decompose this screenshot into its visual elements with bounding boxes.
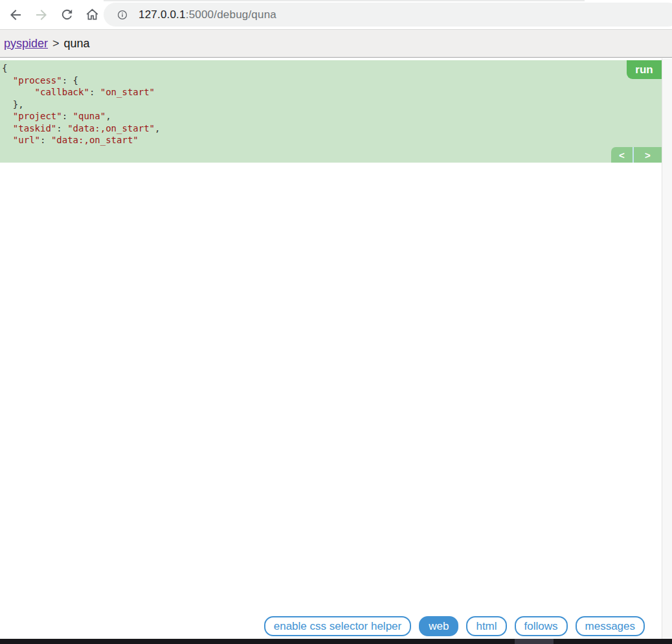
refresh-icon (60, 7, 74, 22)
task-json-panel: { "process": { "callback": "on_start" },… (0, 60, 662, 163)
vertical-scrollbar[interactable] (662, 58, 672, 639)
home-icon (84, 6, 100, 23)
forward-button[interactable] (31, 0, 52, 29)
browser-toolbar: 127.0.0.1:5000/debug/quna (0, 0, 672, 30)
footer-toolbar: enable css selector helperwebhtmlfollows… (0, 616, 662, 636)
forward-arrow-icon (34, 7, 49, 23)
run-button[interactable]: run (627, 60, 662, 79)
task-json-editor[interactable]: { "process": { "callback": "on_start" },… (0, 60, 662, 146)
info-icon[interactable] (117, 9, 128, 21)
task-nav: < > (611, 147, 662, 163)
back-button[interactable] (5, 0, 26, 29)
prev-task-button[interactable]: < (611, 147, 633, 163)
next-task-button[interactable]: > (634, 147, 662, 163)
url-bar[interactable]: 127.0.0.1:5000/debug/quna (104, 3, 672, 27)
refresh-button[interactable] (56, 0, 77, 29)
bottom-dark-bar-highlight (515, 639, 554, 644)
footer-button-enable-css-selector-helper[interactable]: enable css selector helper (264, 616, 412, 636)
url-path: :5000/debug/quna (186, 8, 276, 21)
breadcrumb-current-project: quna (64, 37, 90, 51)
url-host: 127.0.0.1 (139, 8, 186, 21)
breadcrumb-link-pyspider[interactable]: pyspider (4, 37, 48, 51)
footer-button-html[interactable]: html (466, 616, 506, 636)
breadcrumb-separator: > (52, 37, 60, 51)
footer-button-messages[interactable]: messages (576, 616, 645, 636)
back-arrow-icon (8, 7, 23, 23)
bottom-dark-bar (0, 639, 672, 644)
footer-button-follows[interactable]: follows (515, 616, 568, 636)
url-text: 127.0.0.1:5000/debug/quna (139, 8, 276, 21)
breadcrumb: pyspider > quna (0, 30, 672, 58)
home-button[interactable] (82, 0, 102, 29)
window-top-edge (104, 0, 585, 1)
footer-button-web[interactable]: web (419, 616, 458, 636)
